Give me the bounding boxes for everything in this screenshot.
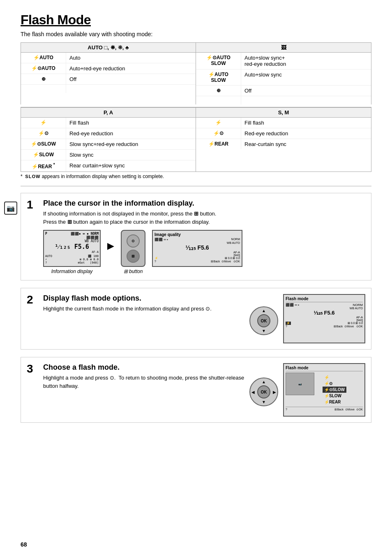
step-3-content: Choose a flash mode. Highlight a mode an… <box>43 363 244 417</box>
pa-rear-icon: ⚡REAR * <box>21 160 66 171</box>
sm-fill-icon: ⚡ <box>196 118 241 128</box>
step-3-controls: ▲ ▼ ◀ ▶ OK Flash mode 📷 ⚡ ⚡⊙ ⚡⊙SLOW ⚡SLO… <box>249 363 365 417</box>
fm-fill: ⚡ <box>323 374 346 380</box>
auto-slow-desc: Auto+slow sync <box>241 70 371 85</box>
fm-slow: ⚡SLOW <box>323 393 346 399</box>
pa-mode-header: P, A <box>21 108 196 118</box>
camera-button-display: ⊙ ⊞ <box>121 230 145 267</box>
fm-rear: ⚡REAR <box>323 399 346 405</box>
sm-rear: ⚡REAR Rear-curtain sync <box>196 139 371 149</box>
auto-slow-redeye-icon: ⚡⊙AUTOSLOW <box>196 53 241 69</box>
sm-mode-header: S, M <box>196 108 371 118</box>
pa-rear-desc: Rear curtain+slow sync <box>66 160 196 171</box>
sm-rear-desc: Rear-curtain sync <box>241 139 371 149</box>
nav-up: ▲ <box>262 308 266 313</box>
step-2-title: Display flash mode options. <box>43 294 244 303</box>
pa-redeye-icon: ⚡⊙ <box>21 128 66 139</box>
step-2-desc: Highlight the current flash mode in the … <box>43 305 244 313</box>
sm-mode-section: S, M ⚡ Fill flash ⚡⊙ Red-eye reduction ⚡… <box>196 108 371 171</box>
mode-row-auto-slow-redeye: ⚡⊙AUTOSLOW Auto+slow sync+red-eye reduct… <box>196 53 371 70</box>
step-2-controls: ▲ ▼ OK Flash mode ⬛⬛ ∞ ▪NORM WB AUTO ¹⁄₁… <box>249 294 365 343</box>
off-auto-icon: ⊕ <box>21 74 66 84</box>
step-3: 3 Choose a flash mode. Highlight a mode … <box>21 357 371 423</box>
step-2-content: Display flash mode options. Highlight th… <box>43 294 244 343</box>
camera-side-icon: 📷 <box>4 202 17 215</box>
full-display: Image quality ⬛⬛ ∞ ▪ NORM WB AUTO ¹⁄₁₂₅ … <box>152 230 242 267</box>
pa-fill-flash: ⚡ Fill flash <box>21 118 196 128</box>
flash-mode-screen-step2: Flash mode ⬛⬛ ∞ ▪NORM WB AUTO ¹⁄₁₂₅ F5.6… <box>283 294 365 343</box>
scene-header-icon: 🖼 <box>281 44 286 51</box>
nav-right-3: ▶ <box>273 390 276 394</box>
off-scene-icon: ⊕ <box>196 86 241 96</box>
mode-row-off-auto: ⊕ Off <box>21 74 196 85</box>
step-1: 1 Place the cursor in the information di… <box>21 193 371 280</box>
step-2: 2 Display flash mode options. Highlight … <box>21 288 371 350</box>
flash-mode-preview: 📷 ⚡ ⚡⊙ ⚡⊙SLOW ⚡SLOW ⚡REAR <box>286 373 363 405</box>
nav-wheel-step2[interactable]: ▲ ▼ OK <box>249 306 278 335</box>
pa-slow-redeye-icon: ⚡⊙SLOW <box>21 139 66 149</box>
bottom-mode-tables: P, A ⚡ Fill flash ⚡⊙ Red-eye reduction ⚡… <box>21 107 371 172</box>
auto-slow-icon: ⚡AUTOSLOW <box>196 70 241 85</box>
pa-slow: ⚡SLOW Slow sync <box>21 150 196 160</box>
nav-arrows-3: ▲ ▼ ◀ ▶ <box>250 378 277 405</box>
scene-mode-header: 🖼 <box>196 43 371 53</box>
auto-header-icons: AUTO □, ❋, ❊, ♣ <box>88 44 129 51</box>
section-divider <box>21 186 371 186</box>
mode-row-auto: ⚡AUTO Auto <box>21 53 196 63</box>
subtitle: The flash modes available vary with shoo… <box>21 31 371 37</box>
pa-slow-icon: ⚡SLOW <box>21 150 66 160</box>
button-caption: ⊞ button <box>124 269 143 274</box>
nav-down-3: ▼ <box>262 400 266 404</box>
ok-button-cam[interactable]: ⊞ <box>127 250 140 263</box>
pa-mode-section: P, A ⚡ Fill flash ⚡⊙ Red-eye reduction ⚡… <box>21 108 196 171</box>
page-number: 68 <box>21 541 27 548</box>
pa-rear: ⚡REAR * Rear curtain+slow sync <box>21 160 196 171</box>
step-3-title: Choose a flash mode. <box>43 363 244 372</box>
sm-fill-desc: Fill flash <box>241 118 371 128</box>
nav-up-3: ▲ <box>262 380 266 384</box>
pa-fill-desc: Fill flash <box>66 118 196 128</box>
nav-arrows: ▲ ▼ <box>250 307 277 334</box>
page-title: Flash Mode <box>21 12 371 28</box>
info-button[interactable]: ⊙ <box>127 234 140 248</box>
auto-redeye-desc: Auto+red-eye reduction <box>66 63 196 74</box>
mode-row-auto-redeye: ⚡⊙AUTO Auto+red-eye reduction <box>21 63 196 74</box>
auto-mode-section: AUTO □, ❋, ❊, ♣ ⚡AUTO Auto ⚡⊙AUTO Auto+r… <box>21 43 196 104</box>
info-display: P ⬛⬛▪ ∞ ▪ NORM ⬛⬛⬛ WB AUTO ¹⁄₁₂₅ F5.6 AF… <box>43 230 101 267</box>
auto-desc: Auto <box>66 53 196 63</box>
auto-mode-header: AUTO □, ❋, ❊, ♣ <box>21 43 196 53</box>
off-auto-desc: Off <box>66 74 196 84</box>
nav-down: ▼ <box>262 329 266 333</box>
pa-redeye: ⚡⊙ Red-eye reduction <box>21 128 196 139</box>
step-1-images: P ⬛⬛▪ ∞ ▪ NORM ⬛⬛⬛ WB AUTO ¹⁄₁₂₅ F5.6 AF… <box>43 230 365 274</box>
slow-label: SLOW <box>25 174 40 179</box>
info-display-block: P ⬛⬛▪ ∞ ▪ NORM ⬛⬛⬛ WB AUTO ¹⁄₁₂₅ F5.6 AF… <box>43 230 101 274</box>
off-scene-desc: Off <box>241 86 371 96</box>
mode-row-empty2 <box>196 96 371 104</box>
footnote: * SLOW appears in information display wh… <box>21 174 371 179</box>
full-display-block: Image quality ⬛⬛ ∞ ▪ NORM WB AUTO ¹⁄₁₂₅ … <box>152 230 242 267</box>
auto-icon: ⚡AUTO <box>21 53 66 63</box>
pa-fill-icon: ⚡ <box>21 118 66 128</box>
pa-slow-redeye-desc: Slow sync+red-eye reduction <box>66 139 196 149</box>
step-1-desc: If shooting information is not displayed… <box>43 210 365 226</box>
button-block: ⊙ ⊞ ⊞ button <box>121 230 145 274</box>
nav-left-3: ◀ <box>251 390 255 394</box>
pa-slow-desc: Slow sync <box>66 150 196 160</box>
auto-redeye-icon: ⚡⊙AUTO <box>21 63 66 74</box>
sm-redeye-desc: Red-eye reduction <box>241 128 371 139</box>
fm-slow-redeye: ⚡⊙SLOW <box>323 387 346 393</box>
mode-row-auto-slow: ⚡AUTOSLOW Auto+slow sync <box>196 70 371 86</box>
nav-wheel-step3[interactable]: ▲ ▼ ◀ ▶ OK <box>249 378 278 406</box>
sm-fill-flash: ⚡ Fill flash <box>196 118 371 128</box>
fm-redeye: ⚡⊙ <box>323 380 346 387</box>
arrow-icon: ▶ <box>107 241 114 251</box>
step-1-number: 1 <box>27 198 38 274</box>
pa-slow-redeye: ⚡⊙SLOW Slow sync+red-eye reduction <box>21 139 196 150</box>
mode-row-empty <box>21 85 196 93</box>
step-3-desc: Highlight a mode and press ⊙. To return … <box>43 374 244 390</box>
sm-redeye-icon: ⚡⊙ <box>196 128 241 139</box>
step-1-content: Place the cursor in the information disp… <box>43 199 365 274</box>
scene-mode-section: 🖼 ⚡⊙AUTOSLOW Auto+slow sync+red-eye redu… <box>196 43 371 104</box>
auto-slow-redeye-desc: Auto+slow sync+red-eye reduction <box>241 53 371 69</box>
